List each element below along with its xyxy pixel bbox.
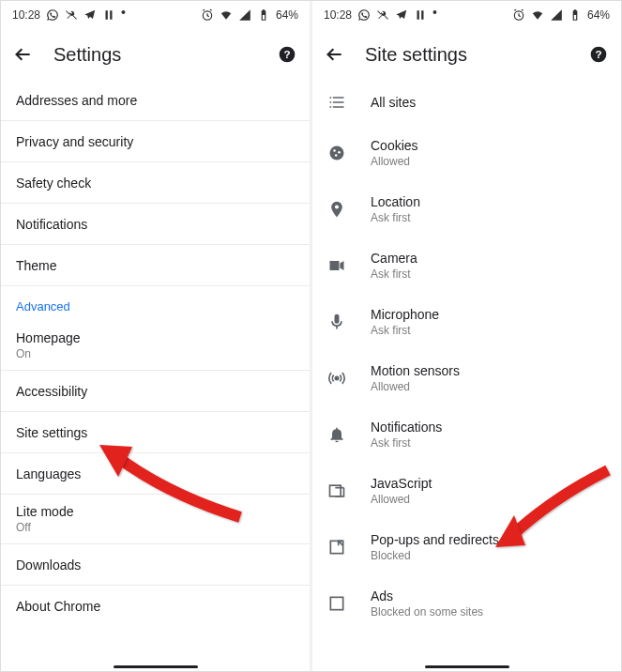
nav-bar bbox=[312, 660, 621, 671]
help-icon[interactable]: ? bbox=[589, 45, 608, 64]
site-row-location[interactable]: LocationAsk first bbox=[312, 181, 621, 237]
page-title: Site settings bbox=[365, 44, 569, 66]
page-title: Settings bbox=[53, 44, 257, 66]
telegram-icon bbox=[83, 8, 97, 22]
sensors-icon bbox=[327, 369, 346, 388]
app-bar: Site settings ? bbox=[312, 29, 621, 80]
pause-icon bbox=[102, 8, 115, 22]
status-bar: 10:28 • 64% bbox=[1, 1, 310, 29]
settings-row-homepage[interactable]: Homepage On bbox=[1, 321, 310, 371]
alarm-icon bbox=[201, 8, 214, 22]
battery-percent: 64% bbox=[276, 8, 298, 22]
settings-row-privacy[interactable]: Privacy and security bbox=[1, 121, 310, 162]
site-row-camera[interactable]: CameraAsk first bbox=[312, 237, 621, 294]
settings-row-safety-check[interactable]: Safety check bbox=[1, 162, 310, 204]
alarm-icon bbox=[512, 8, 525, 22]
site-row-all-sites[interactable]: All sites bbox=[312, 80, 621, 125]
svg-point-6 bbox=[330, 146, 344, 160]
settings-screen: 10:28 • 64% Settings ? Addresses and mor… bbox=[1, 1, 310, 671]
popup-icon bbox=[327, 538, 346, 557]
wifi-icon bbox=[220, 8, 233, 22]
back-icon[interactable] bbox=[326, 45, 344, 64]
more-indicator-icon: • bbox=[432, 5, 437, 20]
whatsapp-icon bbox=[46, 8, 59, 22]
whatsapp-icon bbox=[357, 8, 371, 22]
tools-icon bbox=[376, 8, 389, 22]
svg-point-8 bbox=[338, 151, 341, 154]
settings-row-languages[interactable]: Languages bbox=[1, 453, 310, 495]
site-row-notifications[interactable]: NotificationsAsk first bbox=[312, 406, 621, 463]
status-time: 10:28 bbox=[324, 8, 352, 22]
svg-text:?: ? bbox=[595, 48, 601, 60]
javascript-icon bbox=[327, 481, 346, 500]
cookie-icon bbox=[327, 144, 346, 162]
site-row-popups[interactable]: Pop-ups and redirectsBlocked bbox=[312, 519, 621, 575]
list-icon bbox=[327, 93, 346, 112]
tools-icon bbox=[65, 8, 78, 22]
camera-icon bbox=[327, 256, 346, 275]
signal-icon bbox=[238, 8, 251, 22]
svg-point-9 bbox=[335, 154, 338, 157]
help-icon[interactable]: ? bbox=[278, 45, 296, 64]
site-settings-screen: 10:28 • 64% Site settings ? All sites Co… bbox=[312, 1, 621, 671]
app-bar: Settings ? bbox=[1, 29, 310, 80]
svg-text:?: ? bbox=[283, 48, 290, 60]
site-row-javascript[interactable]: JavaScriptAllowed bbox=[312, 463, 621, 519]
signal-icon bbox=[550, 8, 563, 22]
settings-row-addresses[interactable]: Addresses and more bbox=[1, 80, 310, 121]
settings-row-lite-mode[interactable]: Lite mode Off bbox=[1, 495, 310, 544]
ads-icon bbox=[327, 594, 346, 613]
settings-row-notifications[interactable]: Notifications bbox=[1, 204, 310, 245]
status-time: 10:28 bbox=[12, 8, 40, 22]
nav-pill-icon[interactable] bbox=[425, 665, 509, 668]
battery-icon bbox=[569, 8, 582, 22]
telegram-icon bbox=[395, 8, 408, 22]
nav-pill-icon[interactable] bbox=[114, 665, 198, 668]
svg-point-10 bbox=[335, 376, 338, 379]
bell-icon bbox=[327, 425, 346, 444]
settings-row-about[interactable]: About Chrome bbox=[1, 586, 310, 627]
site-row-motion-sensors[interactable]: Motion sensorsAllowed bbox=[312, 350, 621, 406]
status-bar: 10:28 • 64% bbox=[312, 1, 621, 29]
settings-row-site-settings[interactable]: Site settings bbox=[1, 412, 310, 453]
nav-bar bbox=[1, 660, 310, 671]
advanced-section-header: Advanced bbox=[1, 286, 310, 321]
battery-icon bbox=[257, 8, 270, 22]
back-icon[interactable] bbox=[14, 45, 33, 64]
more-indicator-icon: • bbox=[121, 5, 126, 20]
location-icon bbox=[327, 200, 346, 219]
settings-row-downloads[interactable]: Downloads bbox=[1, 544, 310, 586]
svg-rect-13 bbox=[330, 597, 342, 609]
pause-icon bbox=[414, 8, 427, 22]
settings-row-theme[interactable]: Theme bbox=[1, 245, 310, 286]
battery-percent: 64% bbox=[587, 8, 610, 22]
svg-point-7 bbox=[333, 149, 336, 152]
microphone-icon bbox=[327, 313, 346, 331]
settings-row-accessibility[interactable]: Accessibility bbox=[1, 371, 310, 412]
site-row-ads[interactable]: AdsBlocked on some sites bbox=[312, 575, 621, 632]
site-row-microphone[interactable]: MicrophoneAsk first bbox=[312, 294, 621, 350]
site-row-cookies[interactable]: CookiesAllowed bbox=[312, 125, 621, 181]
wifi-icon bbox=[531, 8, 544, 22]
